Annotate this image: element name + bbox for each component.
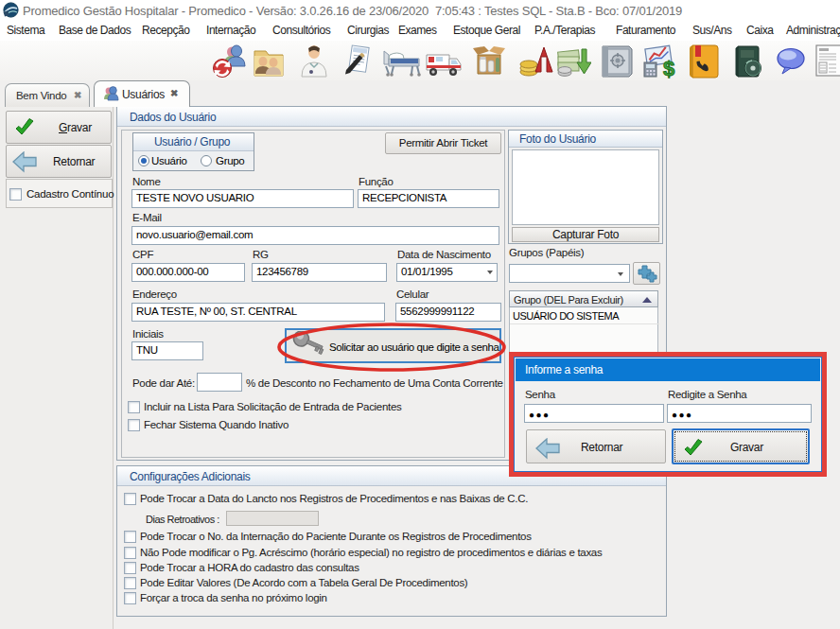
svg-text:$: $ [663, 57, 674, 79]
